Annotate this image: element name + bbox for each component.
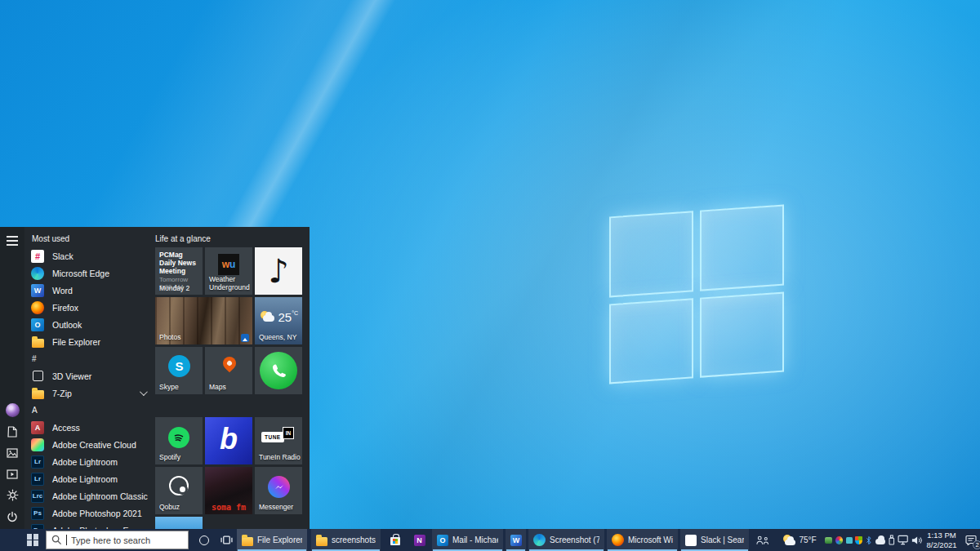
messenger-icon <box>268 476 290 498</box>
microsoft-store-icon <box>390 537 400 545</box>
qobuz-icon <box>169 476 189 495</box>
start-menu-rail <box>0 227 24 529</box>
app-item-outlook[interactable]: O Outlook <box>24 316 154 333</box>
action-center-button[interactable]: 2 <box>962 529 980 551</box>
cloud-icon <box>263 315 274 322</box>
tile-partial[interactable] <box>155 517 203 529</box>
app-item-word[interactable]: W Word <box>24 282 154 299</box>
tray-icon-teal[interactable] <box>846 537 853 544</box>
taskbar-button-mail[interactable]: O Mail - Michael Mu... <box>432 529 503 551</box>
tile-tunein-radio[interactable]: TUNEIN TuneIn Radio <box>255 417 302 464</box>
tile-maps[interactable]: Maps <box>205 347 252 394</box>
tile-weather-underground[interactable]: wu Weather Underground <box>205 247 252 295</box>
app-item-access[interactable]: A Access <box>24 419 154 436</box>
tile-qobuz[interactable]: Qobuz <box>155 467 203 514</box>
taskbar-button-file-explorer[interactable]: File Explorer <box>237 529 307 551</box>
app-item-microsoft-edge[interactable]: Microsoft Edge <box>24 264 154 282</box>
clock-date: 8/2/2021 <box>927 540 957 550</box>
taskbar-button-screenshots[interactable]: screenshots <box>311 529 381 551</box>
tray-icon-pinwheel[interactable] <box>835 536 843 544</box>
app-item-adobe-photoshop-2021[interactable]: Ps Adobe Photoshop 2021 <box>24 504 154 522</box>
windows-logo-pane <box>700 205 784 291</box>
settings-gear-icon[interactable] <box>6 488 20 502</box>
slack-icon: # <box>31 250 44 263</box>
bandcamp-icon: b <box>220 422 238 456</box>
app-item-adobe-photoshop-express[interactable]: Ps Adobe Photoshop Express <box>24 522 154 529</box>
section-header-a[interactable]: A <box>24 402 154 419</box>
taskbar-search[interactable] <box>46 531 189 549</box>
section-header-hash[interactable]: # <box>24 350 154 367</box>
hamburger-menu-icon[interactable] <box>7 236 18 248</box>
task-view-button[interactable] <box>216 529 237 551</box>
windows-start-icon <box>27 534 39 546</box>
people-icon <box>756 535 770 545</box>
map-pin-icon <box>220 354 239 373</box>
creative-cloud-icon <box>31 438 44 451</box>
user-avatar[interactable] <box>6 403 20 417</box>
app-item-adobe-lightroom[interactable]: Lr Adobe Lightroom <box>24 453 154 470</box>
volume-icon[interactable] <box>911 535 923 545</box>
taskbar-button-onenote[interactable]: N <box>408 529 430 551</box>
power-icon[interactable] <box>6 509 20 523</box>
documents-icon[interactable] <box>6 424 20 438</box>
weather-widget[interactable]: 75°F <box>776 529 823 551</box>
app-item-file-explorer[interactable]: File Explorer <box>24 333 154 350</box>
taskbar-button-slack[interactable]: # Slack | Sean Carrol... <box>680 529 749 551</box>
taskbar-button-firefox[interactable]: Microsoft Window... <box>607 529 678 551</box>
tile-msn-weather[interactable]: 25°C Queens, NY <box>255 297 302 344</box>
file-explorer-icon <box>31 335 44 349</box>
chevron-down-icon[interactable] <box>140 388 148 396</box>
tile-somafm[interactable]: soma fm <box>205 467 252 514</box>
tile-whatsapp[interactable] <box>255 347 302 394</box>
tile-bandcamp[interactable]: b <box>205 417 252 464</box>
firefox-icon <box>612 534 624 546</box>
music-note-icon: ♪ <box>268 252 289 290</box>
start-button[interactable] <box>20 529 45 551</box>
taskbar-clock[interactable]: 1:13 PM 8/2/2021 <box>923 529 960 551</box>
tile-skype[interactable]: S Skype <box>155 347 203 394</box>
start-app-list: Most used # Slack Microsoft Edge W Word … <box>24 230 154 529</box>
search-input[interactable] <box>71 535 177 545</box>
edge-icon <box>31 267 44 280</box>
start-menu: Most used # Slack Microsoft Edge W Word … <box>0 227 310 529</box>
taskbar-button-edge[interactable]: Screenshot (75).pn... <box>528 529 604 551</box>
lightroom-classic-icon: Lrc <box>31 490 44 503</box>
app-item-3d-viewer[interactable]: 3D Viewer <box>24 367 154 384</box>
tile-spotify[interactable]: Spotify <box>155 417 203 464</box>
tile-calendar[interactable]: PCMag Daily News Meeting Tomorrow 9:00 A… <box>155 247 203 295</box>
taskbar-button-store[interactable] <box>384 529 407 551</box>
usb-device-icon[interactable] <box>889 535 895 545</box>
app-item-7zip[interactable]: 7-Zip <box>24 384 154 402</box>
app-item-slack[interactable]: # Slack <box>24 247 154 264</box>
windows-logo-pane <box>609 298 693 384</box>
taskbar-button-word[interactable]: W <box>506 529 526 551</box>
word-icon: W <box>31 284 44 297</box>
app-item-firefox[interactable]: Firefox <box>24 299 154 316</box>
spotify-icon <box>168 427 189 448</box>
tile-groove-music[interactable]: ♪ <box>255 247 302 295</box>
display-icon[interactable] <box>898 535 908 545</box>
cortana-button[interactable] <box>194 529 215 551</box>
tray-icon-green[interactable] <box>825 537 832 544</box>
access-icon: A <box>31 421 44 434</box>
slack-icon: # <box>685 535 697 546</box>
onedrive-icon[interactable] <box>875 539 885 544</box>
cortana-icon <box>199 535 209 545</box>
tiles-grid: PCMag Daily News Meeting Tomorrow 9:00 A… <box>155 247 306 529</box>
task-view-icon <box>220 535 233 545</box>
tile-messenger[interactable]: Messenger <box>255 467 302 514</box>
firefox-icon <box>31 301 44 314</box>
bluetooth-icon[interactable] <box>865 535 872 545</box>
most-used-header: Most used <box>24 230 154 247</box>
windows-security-icon[interactable] <box>855 536 862 544</box>
app-item-adobe-creative-cloud[interactable]: Adobe Creative Cloud <box>24 436 154 453</box>
tile-photos[interactable]: Photos <box>155 297 252 344</box>
people-button[interactable] <box>751 529 774 551</box>
mail-outlook-icon: O <box>437 535 448 546</box>
videos-icon[interactable] <box>6 467 20 481</box>
app-item-adobe-lightroom-classic[interactable]: Lrc Adobe Lightroom Classic <box>24 487 154 504</box>
tiles-group-header: Life at a glance <box>155 230 211 247</box>
app-item-adobe-lightroom-2[interactable]: Lr Adobe Lightroom <box>24 470 154 487</box>
pictures-icon[interactable] <box>6 446 20 460</box>
photos-app-icon <box>241 334 249 342</box>
